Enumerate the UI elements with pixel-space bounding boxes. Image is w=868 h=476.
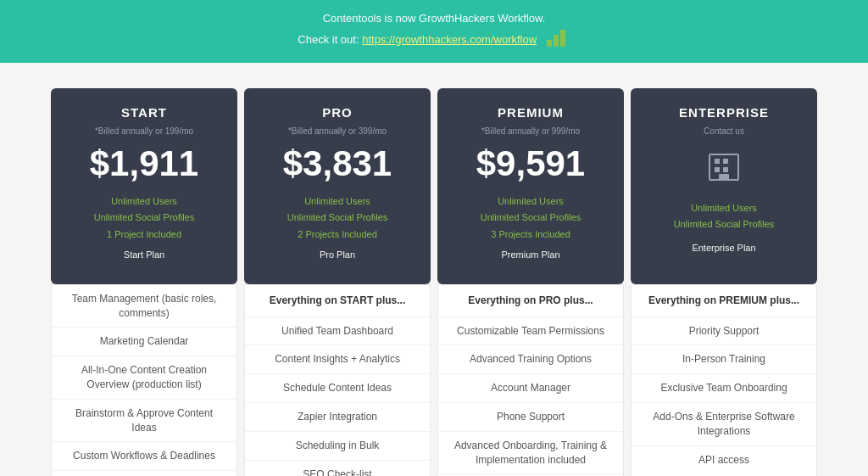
- pro-feat-3: Zapier Integration: [245, 403, 430, 432]
- banner-text2: Check it out:: [298, 33, 362, 46]
- enterprise-feat-4: API access: [632, 446, 816, 474]
- premium-feature-3: 3 Projects Included: [451, 227, 610, 244]
- banner-link[interactable]: https://growthhackers.com/workflow: [362, 33, 537, 46]
- start-feat-1: Marketing Calendar: [52, 328, 236, 356]
- start-feature-1: Unlimited Users: [64, 193, 224, 210]
- plan-name-premium: PREMIUM: [451, 105, 610, 120]
- enterprise-feature-1: Unlimited Users: [644, 200, 804, 217]
- pro-feat-5: SEO Check-list: [245, 461, 430, 476]
- pro-feat-0: Unified Team Dashboard: [245, 317, 430, 346]
- premium-feature-2: Unlimited Social Profiles: [451, 210, 610, 227]
- start-feat-5: Built-In Discussion Threads: [52, 471, 236, 476]
- enterprise-features-header: Everything on PREMIUM plus...: [632, 285, 816, 317]
- plan-billing-pro: *Billed annually or 399/mo: [258, 126, 417, 136]
- plan-card-pro: PRO *Billed annually or 399/mo $3,831 Un…: [244, 88, 431, 284]
- enterprise-feat-1: In-Person Training: [632, 345, 816, 374]
- features-col-enterprise: Everything on PREMIUM plus... Priority S…: [631, 284, 817, 476]
- plan-price-premium: $9,591: [451, 146, 610, 182]
- svg-rect-8: [723, 167, 728, 172]
- features-row: Team Management (basic roles, comments) …: [51, 284, 817, 476]
- enterprise-feat-3: Add-Ons & Enterprise Software Integratio…: [632, 403, 816, 446]
- start-feature-2: Unlimited Social Profiles: [64, 210, 224, 227]
- main-content: START *Billed annually or 199/mo $1,911 …: [0, 63, 868, 476]
- plan-card-enterprise: ENTERPRISE Contact us Unlimited Users Un…: [631, 88, 817, 284]
- plan-card-premium: PREMIUM *Billed annually or 999/mo $9,59…: [437, 88, 624, 284]
- premium-feat-1: Advanced Training Options: [438, 345, 623, 374]
- svg-rect-2: [560, 30, 565, 47]
- svg-rect-0: [547, 40, 552, 47]
- top-banner: Contentools is now GrowthHackers Workflo…: [0, 0, 868, 63]
- plan-card-start: START *Billed annually or 199/mo $1,911 …: [51, 88, 237, 284]
- premium-feat-4: Advanced Onboarding, Training & Implemen…: [438, 432, 623, 475]
- svg-rect-1: [554, 35, 559, 47]
- svg-rect-6: [723, 159, 728, 164]
- pro-feature-3: 2 Projects Included: [258, 227, 417, 244]
- features-col-start: Team Management (basic roles, comments) …: [51, 284, 237, 476]
- pro-feature-2: Unlimited Social Profiles: [258, 210, 417, 227]
- plan-billing-premium: *Billed annually or 999/mo: [451, 126, 610, 136]
- plan-name-start: START: [64, 105, 224, 120]
- pro-plan-label: Pro Plan: [258, 247, 417, 264]
- pro-feat-4: Scheduling in Bulk: [245, 432, 430, 461]
- start-plan-label: Start Plan: [64, 247, 224, 264]
- premium-feat-2: Account Manager: [438, 374, 623, 403]
- pro-features-header: Everything on START plus...: [245, 285, 430, 317]
- plan-price-pro: $3,831: [258, 146, 417, 182]
- start-feature-3: 1 Project Included: [64, 227, 224, 244]
- features-col-pro: Everything on START plus... Unified Team…: [244, 284, 431, 476]
- plan-name-enterprise: ENTERPRISE: [644, 105, 804, 120]
- enterprise-building-icon: [703, 146, 745, 188]
- growth-icon: [547, 28, 570, 53]
- premium-feat-3: Phone Support: [438, 403, 623, 432]
- plan-features-enterprise: Unlimited Users Unlimited Social Profile…: [644, 200, 804, 257]
- enterprise-feature-2: Unlimited Social Profiles: [644, 216, 804, 233]
- plan-billing-start: *Billed annually or 199/mo: [64, 126, 224, 136]
- start-feat-0: Team Management (basic roles, comments): [52, 285, 236, 328]
- plan-billing-enterprise: Contact us: [644, 126, 804, 136]
- plan-features-premium: Unlimited Users Unlimited Social Profile…: [451, 193, 610, 264]
- enterprise-feat-2: Exclusive Team Onboarding: [632, 374, 816, 403]
- features-col-premium: Everything on PRO plus... Customizable T…: [437, 284, 624, 476]
- plan-name-pro: PRO: [258, 105, 417, 120]
- premium-feature-1: Unlimited Users: [451, 193, 610, 210]
- svg-rect-3: [567, 32, 570, 47]
- start-feat-4: Custom Workflows & Deadlines: [52, 442, 236, 471]
- svg-rect-9: [719, 174, 729, 180]
- pro-feat-1: Content Insights + Analytics: [245, 345, 430, 374]
- plan-price-start: $1,911: [64, 146, 224, 182]
- enterprise-plan-label: Enterprise Plan: [644, 240, 804, 257]
- banner-text1: Contentools is now GrowthHackers Workflo…: [323, 12, 546, 25]
- premium-features-header: Everything on PRO plus...: [438, 285, 623, 317]
- start-feat-3: Brainstorm & Approve Content Ideas: [52, 400, 236, 443]
- premium-feat-0: Customizable Team Permissions: [438, 317, 623, 346]
- premium-plan-label: Premium Plan: [451, 247, 610, 264]
- svg-rect-7: [715, 167, 720, 172]
- pricing-row: START *Billed annually or 199/mo $1,911 …: [51, 88, 817, 284]
- plan-features-pro: Unlimited Users Unlimited Social Profile…: [258, 193, 417, 264]
- plan-features-start: Unlimited Users Unlimited Social Profile…: [64, 193, 224, 264]
- pro-feat-2: Schedule Content Ideas: [245, 374, 430, 403]
- svg-rect-5: [715, 159, 720, 164]
- pro-feature-1: Unlimited Users: [258, 193, 417, 210]
- enterprise-feat-0: Priority Support: [632, 317, 816, 346]
- start-feat-2: All-In-One Content Creation Overview (pr…: [52, 356, 236, 400]
